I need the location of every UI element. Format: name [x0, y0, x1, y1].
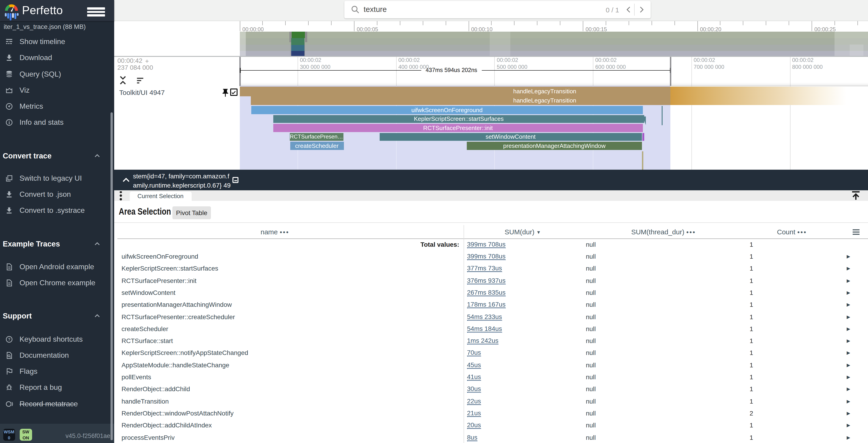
svg-text:?: ?: [8, 337, 10, 341]
